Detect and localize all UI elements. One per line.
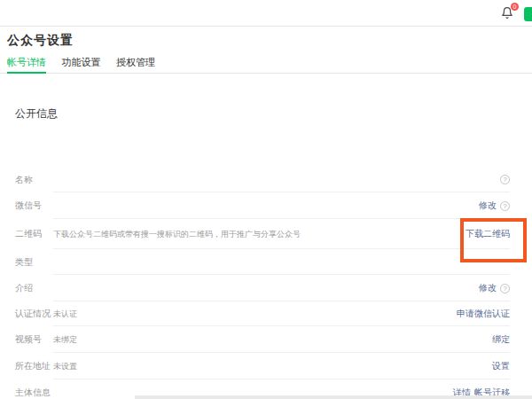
help-icon[interactable]: ? — [500, 284, 510, 293]
tab-bar: 帐号详情 功能设置 授权管理 — [0, 53, 532, 74]
video-channel-status: 未绑定 — [53, 334, 77, 346]
tab-authorization[interactable]: 授权管理 — [116, 54, 155, 74]
row-wechat-id: 微信号 修改 ? — [0, 192, 532, 219]
location-status: 未设置 — [53, 361, 77, 372]
row-label: 所在地址 — [15, 360, 53, 372]
modify-wechat-id-link[interactable]: 修改 — [479, 200, 497, 212]
tab-function-settings[interactable]: 功能设置 — [61, 54, 100, 74]
qr-code-description: 下载公众号二维码或带有搜一搜标识的二维码，用于推广与分享公众号 — [53, 229, 301, 240]
row-qr-code: 二维码 下载公众号二维码或带有搜一搜标识的二维码，用于推广与分享公众号 下载二维… — [0, 219, 532, 249]
account-avatar[interactable] — [524, 7, 532, 21]
tab-account-details[interactable]: 帐号详情 — [7, 54, 46, 74]
page-title: 公众号设置 — [7, 33, 74, 49]
help-icon[interactable]: ? — [500, 201, 510, 211]
row-location: 所在地址 未设置 设置 — [0, 353, 532, 379]
row-certification: 认证情况 未认证 申请微信认证 — [0, 301, 532, 326]
row-introduction: 介绍 修改 ? — [0, 275, 532, 301]
notification-bell-icon[interactable]: 0 — [501, 6, 514, 20]
row-type: 类型 — [0, 249, 532, 275]
settings-list: 名称 ? 微信号 修改 ? 二维码 下载公众号二维码或带有搜一搜标识的二维码，用… — [0, 167, 532, 399]
row-label: 类型 — [15, 256, 53, 269]
certification-status: 未认证 — [53, 309, 77, 320]
help-icon[interactable]: ? — [500, 175, 510, 184]
row-label: 二维码 — [15, 228, 53, 240]
row-video-channel: 视频号 未绑定 绑定 — [0, 326, 532, 353]
top-bar: 0 — [0, 0, 532, 27]
modify-introduction-link[interactable]: 修改 — [479, 282, 497, 294]
row-label: 主体信息 — [15, 387, 53, 399]
row-label: 名称 — [15, 174, 53, 186]
row-label: 介绍 — [15, 282, 53, 294]
set-location-link[interactable]: 设置 — [492, 360, 510, 372]
section-title-public-info: 公开信息 — [15, 106, 58, 121]
bind-video-channel-link[interactable]: 绑定 — [492, 333, 510, 346]
download-qr-code-link[interactable]: 下载二维码 — [466, 228, 510, 240]
row-name: 名称 ? — [0, 167, 532, 192]
notification-badge: 0 — [511, 3, 519, 11]
row-label: 认证情况 — [15, 308, 53, 320]
bottom-edge-strip — [135, 395, 532, 399]
row-label: 微信号 — [15, 200, 53, 212]
apply-certification-link[interactable]: 申请微信认证 — [457, 308, 510, 320]
row-label: 视频号 — [15, 333, 53, 346]
